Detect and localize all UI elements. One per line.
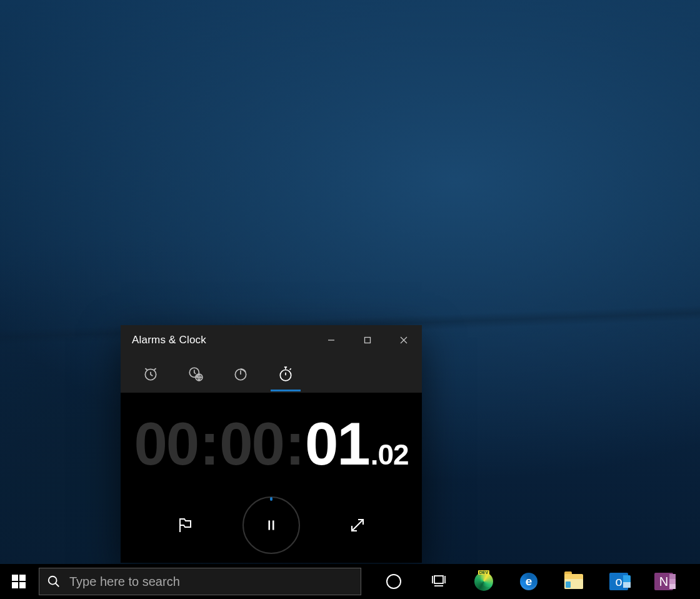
progress-tick <box>270 497 272 501</box>
minimize-button[interactable] <box>313 325 349 355</box>
outlook-app[interactable]: o <box>596 564 641 599</box>
file-explorer-app[interactable] <box>551 564 596 599</box>
search-input[interactable] <box>69 575 361 589</box>
svg-point-11 <box>49 576 57 585</box>
stopwatch-icon <box>278 366 294 382</box>
expand-button[interactable] <box>344 511 371 539</box>
start-button[interactable] <box>0 564 38 599</box>
onenote-app[interactable]: N <box>641 564 686 599</box>
edge-icon: e <box>520 573 538 590</box>
taskbar-search[interactable] <box>39 568 361 595</box>
taskbar: DEV e o N <box>0 564 700 599</box>
stopwatch-tab[interactable] <box>263 355 308 393</box>
world-clock-icon <box>188 366 204 382</box>
close-icon <box>399 336 408 345</box>
windows-logo-icon <box>12 575 26 588</box>
cortana-icon <box>386 574 401 589</box>
stopwatch-seconds: 01 <box>305 414 369 474</box>
edge-app[interactable]: e <box>506 564 551 599</box>
alarms-clock-window: Alarms & Clock <box>121 325 422 563</box>
stopwatch-centiseconds: .02 <box>371 440 409 469</box>
onenote-icon: N <box>654 573 673 590</box>
expand-icon <box>348 516 367 535</box>
alarm-clock-icon <box>142 366 159 382</box>
maximize-button[interactable] <box>349 325 386 355</box>
lap-button[interactable] <box>171 511 199 539</box>
time-separator: : <box>284 414 305 474</box>
stopwatch-hours: 00 <box>134 414 198 474</box>
outlook-icon: o <box>609 573 628 590</box>
stopwatch-time-display: 00 : 00 : 01 .02 <box>134 414 408 474</box>
app-tabs <box>121 355 422 393</box>
timer-icon <box>232 366 249 382</box>
task-view-icon <box>431 572 447 591</box>
minimize-icon <box>327 336 336 345</box>
world-clock-tab[interactable] <box>173 355 218 393</box>
alarm-tab[interactable] <box>128 355 173 393</box>
cortana-button[interactable] <box>371 564 416 599</box>
timer-tab[interactable] <box>218 355 263 393</box>
stopwatch-panel: 00 : 00 : 01 .02 <box>121 393 422 554</box>
flag-icon <box>176 516 194 535</box>
window-titlebar[interactable]: Alarms & Clock <box>121 325 422 355</box>
file-explorer-icon <box>564 574 583 589</box>
edge-dev-app[interactable]: DEV <box>461 564 506 599</box>
task-view-button[interactable] <box>416 564 461 599</box>
stopwatch-minutes: 00 <box>219 414 284 474</box>
svg-line-12 <box>56 583 59 587</box>
window-title: Alarms & Clock <box>132 334 206 346</box>
edge-dev-icon: DEV <box>474 572 493 591</box>
dev-badge: DEV <box>478 570 489 575</box>
maximize-icon <box>363 336 372 345</box>
close-button[interactable] <box>386 325 422 355</box>
time-separator: : <box>198 414 219 474</box>
svg-rect-1 <box>365 338 371 343</box>
svg-rect-13 <box>434 576 443 583</box>
pause-icon <box>263 517 279 533</box>
search-icon <box>47 575 61 588</box>
pause-button[interactable] <box>242 496 300 554</box>
